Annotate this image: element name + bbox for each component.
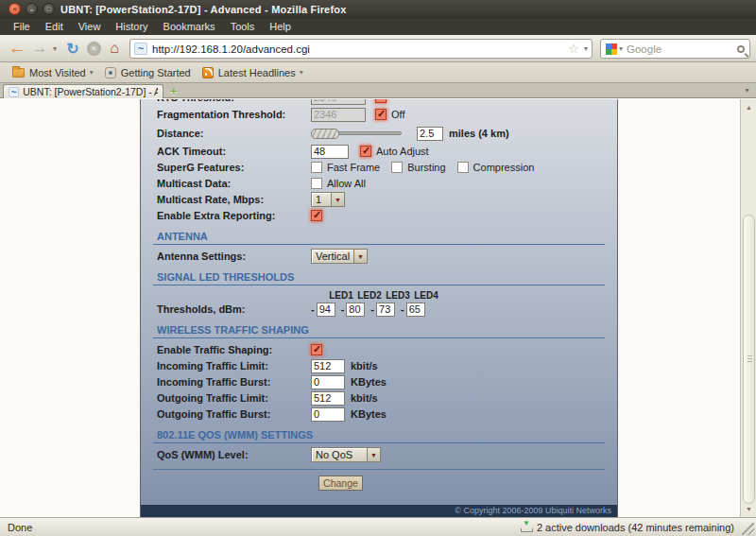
led3-header: LED3 [384, 290, 412, 301]
downloads-status[interactable]: 2 active downloads (42 minutes remaining… [521, 522, 734, 533]
new-tab-icon[interactable]: + [170, 84, 178, 98]
fast-frame-checkbox[interactable] [311, 162, 322, 173]
status-bar: Done 2 active downloads (42 minutes rema… [0, 517, 756, 536]
fragmentation-threshold-input[interactable] [311, 108, 366, 122]
forward-icon[interactable]: → [29, 35, 50, 61]
led4-threshold-input[interactable] [406, 303, 425, 317]
back-icon[interactable]: ← [6, 35, 28, 61]
search-input[interactable] [627, 43, 737, 55]
folder-icon [12, 68, 25, 78]
select-arrow-icon: ▼ [331, 193, 344, 206]
led3-threshold-input[interactable] [376, 303, 395, 317]
section-signal-led-thresholds: SIGNAL LED THRESHOLDS [153, 271, 605, 285]
bookmark-label: Getting Started [121, 67, 191, 78]
bookmark-label: Most Visited [29, 67, 86, 78]
search-bar[interactable]: ▾ [600, 39, 750, 59]
menu-file[interactable]: File [6, 19, 38, 35]
led2-threshold-input[interactable] [346, 303, 365, 317]
maximize-icon[interactable]: □ [43, 3, 55, 15]
incoming-limit-input[interactable] [311, 359, 345, 373]
resize-grip[interactable] [742, 523, 754, 535]
compression-checkbox[interactable] [457, 162, 469, 173]
home-icon[interactable]: ⌂ [104, 35, 125, 61]
bookmark-getting-started[interactable]: Getting Started [99, 64, 197, 81]
scroll-up-icon[interactable]: ▲ [742, 101, 756, 113]
rts-off-checkbox[interactable] [375, 99, 387, 103]
menu-history[interactable]: History [108, 19, 155, 35]
extra-reporting-checkbox[interactable] [311, 210, 322, 221]
field-label: RTS Threshold: [157, 99, 311, 103]
allow-all-checkbox[interactable] [311, 178, 322, 189]
tab-list-dropdown-icon[interactable]: ▾ [741, 85, 753, 96]
menu-edit[interactable]: Edit [38, 19, 71, 35]
reload-icon[interactable]: ↻ [62, 35, 83, 61]
close-icon[interactable]: × [9, 3, 21, 15]
outgoing-burst-input[interactable] [311, 407, 345, 422]
auto-adjust-checkbox[interactable] [360, 146, 371, 157]
led-column-headers: LED1 LED2 LED3 LED4 [327, 289, 604, 301]
menu-tools[interactable]: Tools [223, 19, 263, 35]
url-input[interactable] [152, 43, 566, 55]
row-ack-timeout: ACK Timeout: Auto Adjust [157, 144, 604, 159]
row-qos-wmm-level: QoS (WMM) Level: No QoS ▼ [157, 447, 604, 462]
antenna-settings-select[interactable]: Vertical ▼ [311, 249, 368, 264]
checkbox-label: Off [391, 109, 404, 120]
field-label: Enable Traffic Shaping: [157, 344, 311, 355]
field-label: Thresholds, dBm: [157, 303, 311, 315]
fragmentation-off-checkbox[interactable] [375, 109, 387, 120]
history-dropdown-icon[interactable]: ▾ [49, 35, 60, 61]
vertical-scrollbar[interactable]: ▲ ▼ [740, 99, 756, 517]
menu-help[interactable]: Help [262, 19, 299, 35]
multicast-rate-select[interactable]: 1 ▼ [311, 192, 345, 207]
window-title: UBNT: [PowerStation2-17D] - Advanced - M… [60, 0, 347, 19]
checkbox-label: Allow All [327, 178, 366, 189]
bookmark-latest-headlines[interactable]: Latest Headlines ▾ [197, 64, 309, 81]
chevron-down-icon: ▾ [300, 68, 303, 77]
distance-slider[interactable] [311, 131, 402, 135]
qos-level-select[interactable]: No QoS ▼ [311, 447, 381, 462]
bookmarks-toolbar: Most Visited ▾ Getting Started Latest He… [0, 62, 756, 83]
menu-view[interactable]: View [71, 19, 109, 35]
incoming-burst-input[interactable] [311, 375, 345, 389]
change-button[interactable]: Change [318, 475, 363, 491]
row-incoming-traffic-limit: Incoming Traffic Limit: kbit/s [157, 358, 604, 373]
row-outgoing-traffic-limit: Outgoing Traffic Limit: kbit/s [157, 390, 604, 406]
traffic-shaping-checkbox[interactable] [311, 344, 322, 355]
stop-icon[interactable]: × [84, 35, 103, 61]
minimize-icon[interactable]: ⌄ [26, 3, 38, 15]
scroll-down-icon[interactable]: ▼ [742, 503, 756, 515]
unit-label: kbit/s [351, 360, 378, 372]
chevron-down-icon: ▾ [90, 68, 94, 77]
clipped-row-rts-threshold: RTS Threshold: [141, 99, 617, 106]
distance-input[interactable] [417, 127, 443, 141]
url-bar[interactable]: ~ ☆ ▾ [129, 39, 593, 59]
field-label: Fragmentation Threshold: [157, 109, 311, 120]
downloads-text: 2 active downloads (42 minutes remaining… [537, 522, 734, 533]
rts-threshold-input[interactable] [311, 99, 366, 105]
url-dropdown-icon[interactable]: ▾ [584, 44, 588, 53]
ack-timeout-input[interactable] [311, 145, 349, 159]
airos-content-column: RTS Threshold: Fragmentation Threshold: … [140, 99, 618, 517]
row-superg-features: SuperG Features: Fast Frame Bursting Com… [157, 160, 604, 175]
bursting-checkbox[interactable] [391, 162, 403, 173]
search-engine-dropdown-icon[interactable]: ▾ [619, 44, 623, 53]
scrollbar-thumb[interactable] [743, 215, 755, 504]
unit-label: miles (4 km) [449, 128, 509, 139]
scrollbar-grip [747, 355, 752, 363]
section-qos-wmm-settings: 802.11E QOS (WMM) SETTINGS [153, 429, 605, 443]
tab-active[interactable]: ~ UBNT: [PowerStation2-17D] - A... [3, 84, 163, 98]
search-magnifier-icon[interactable] [737, 45, 745, 53]
led1-threshold-input[interactable] [317, 303, 335, 317]
bookmark-star-icon[interactable]: ☆ [568, 42, 579, 56]
minus-sign: - [311, 303, 315, 315]
navigation-toolbar: ← → ▾ ↻ × ⌂ ~ ☆ ▾ ▾ [0, 35, 756, 62]
field-label: Antenna Settings: [157, 251, 311, 262]
field-label: QoS (WMM) Level: [157, 449, 311, 460]
menu-bookmarks[interactable]: Bookmarks [156, 19, 223, 35]
copyright-text: © Copyright 2006-2009 Ubiquiti Networks [455, 506, 611, 515]
outgoing-limit-input[interactable] [311, 391, 345, 406]
bookmark-most-visited[interactable]: Most Visited ▾ [7, 64, 99, 81]
slider-handle[interactable] [311, 129, 339, 139]
menubar: File Edit View History Bookmarks Tools H… [0, 19, 756, 35]
tab-bar: ~ UBNT: [PowerStation2-17D] - A... + ▾ [0, 83, 756, 98]
